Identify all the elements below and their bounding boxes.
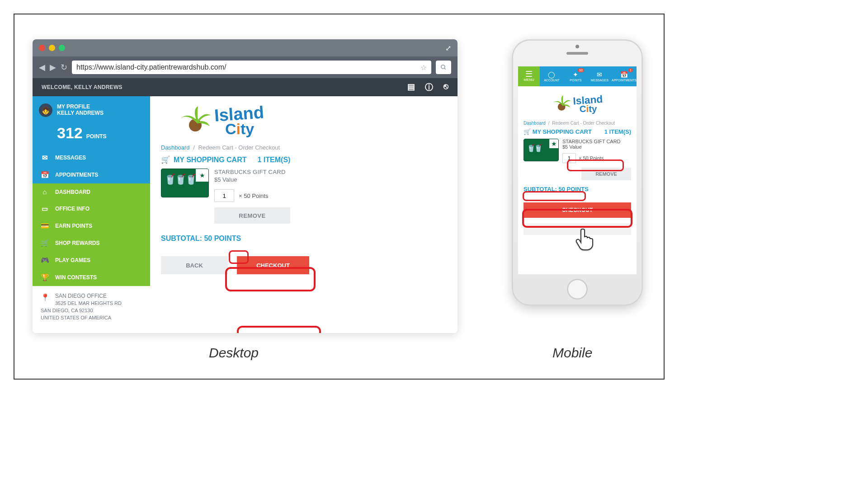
sidebar-item-label: WIN CONTESTS: [55, 274, 97, 281]
calendar-icon: 📅: [620, 71, 628, 78]
sidebar-item-win-contests[interactable]: 🏆 WIN CONTESTS: [33, 269, 150, 286]
sidebar-item-label: PLAY GAMES: [55, 257, 90, 263]
games-icon: 🎮: [41, 256, 49, 264]
points-per-item: × 50 Points: [239, 192, 268, 199]
office-address-2: SAN DIEGO, CA 92130: [41, 307, 142, 314]
close-window-icon[interactable]: [39, 45, 45, 51]
breadcrumb-current: Redeem Cart - Order Checkout: [552, 121, 615, 126]
remove-button[interactable]: REMOVE: [214, 207, 290, 224]
breadcrumb-current: Redeem Cart - Order Checkout: [198, 144, 280, 151]
phone-speaker: [566, 52, 588, 55]
minimize-window-icon[interactable]: [49, 45, 55, 51]
cart-item-subtitle: $5 Value: [214, 176, 290, 183]
mobile-nav-points[interactable]: ✦ POINTS 60: [564, 66, 588, 86]
mobile-cart-heading: 🛒 MY SHOPPING CART 1 ITEM(S): [524, 128, 631, 135]
home-icon: ⌂: [41, 188, 49, 196]
phone-camera: [576, 45, 579, 48]
search-icon[interactable]: [436, 61, 451, 74]
remove-button[interactable]: REMOVE: [581, 168, 631, 180]
cart-item-row: 🥤🥤🥤 STARBUCKS GIFT CARD $5 Value × 50 Po…: [161, 169, 447, 224]
points-per-item: × 50 Points: [579, 155, 604, 161]
giftcard-image: 🥤🥤🥤: [161, 169, 209, 197]
mobile-nav-messages[interactable]: ✉ MESSAGES: [588, 66, 612, 86]
quantity-input[interactable]: [562, 153, 576, 163]
forward-icon[interactable]: ▶: [50, 62, 56, 72]
points-value: 312: [57, 124, 83, 142]
hamburger-icon: ☰: [525, 71, 533, 77]
island-city-logo: Island City: [552, 96, 603, 113]
location-pin-icon: 📍: [41, 292, 50, 303]
expand-icon[interactable]: ⤢: [445, 44, 451, 52]
sidebar-profile[interactable]: 👧 MY PROFILE KELLY ANDREWS: [33, 96, 150, 124]
logout-icon[interactable]: ⎋: [443, 82, 448, 93]
logo-line1: Island: [214, 103, 265, 126]
mobile-nav-label: APPOINTMENTS: [612, 79, 637, 82]
mobile-nav-label: ACCOUNT: [544, 79, 560, 82]
mobile-cart-item: 🥤🥤 STARBUCKS GIFT CARD $5 Value × 50 Poi…: [524, 139, 631, 163]
mobile-menu-button[interactable]: ☰ MENU: [518, 66, 540, 86]
messages-icon: ✉: [41, 154, 49, 162]
caption-mobile: Mobile: [552, 345, 592, 361]
sidebar-item-label: EARN POINTS: [55, 223, 92, 229]
cart-item-name: STARBUCKS GIFT CARD: [214, 169, 290, 175]
sidebar-item-office-info[interactable]: ▭ OFFICE INFO: [33, 200, 150, 217]
reload-icon[interactable]: ↻: [61, 62, 67, 72]
quantity-input[interactable]: [214, 189, 234, 202]
back-button[interactable]: BACK: [161, 256, 228, 274]
profile-name: KELLY ANDREWS: [57, 110, 104, 116]
cart-item-name: STARBUCKS GIFT CARD: [562, 139, 621, 144]
breadcrumb-link-dashboard[interactable]: Dashboard: [524, 121, 546, 126]
mobile-nav-label: MENU: [524, 78, 534, 82]
sidebar-item-shop-rewards[interactable]: 🛒 SHOP REWARDS: [33, 235, 150, 252]
desktop-mockup: ⤢ ◀ ▶ ↻ https://www.island-city.patientr…: [33, 39, 458, 333]
points-icon: ✦: [573, 71, 578, 78]
cart-icon: 🛒: [161, 155, 170, 164]
notes-icon[interactable]: ▤: [407, 82, 415, 93]
points-label: POINTS: [86, 133, 107, 140]
breadcrumb: Dashboard / Redeem Cart - Order Checkout: [161, 144, 447, 151]
sidebar-item-label: APPOINTMENTS: [55, 172, 98, 178]
profile-label: MY PROFILE: [57, 103, 104, 110]
mobile-nav-appointments[interactable]: 📅 APPOINTMENTS 1: [612, 66, 637, 86]
window-controls: [39, 45, 65, 51]
sidebar-item-label: OFFICE INFO: [55, 206, 90, 212]
svg-line-1: [444, 68, 446, 70]
help-icon[interactable]: ⓘ: [425, 82, 433, 93]
phone-home-button[interactable]: [567, 279, 588, 300]
office-name: SAN DIEGO OFFICE: [41, 292, 142, 300]
sidebar: 👧 MY PROFILE KELLY ANDREWS 312 POINTS ✉ …: [33, 96, 150, 333]
office-contact: 📍 SAN DIEGO OFFICE 800-560-1469 3525 DEL…: [33, 286, 150, 328]
giftcard-image: 🥤🥤: [524, 139, 559, 161]
address-bar[interactable]: https://www.island-city.patientrewardshu…: [72, 61, 431, 74]
sidebar-item-appointments[interactable]: 📅 APPOINTMENTS: [33, 166, 150, 183]
main-content: Island City Dashboard / Redeem Cart - Or…: [150, 96, 458, 333]
svg-point-0: [441, 65, 445, 69]
breadcrumb-link-dashboard[interactable]: Dashboard: [161, 144, 190, 151]
palm-tree-icon: [179, 104, 212, 138]
bookmark-star-icon[interactable]: ☆: [420, 63, 427, 72]
checkout-button[interactable]: CHECKOUT: [237, 256, 309, 274]
checkout-button[interactable]: CHECKOUT: [524, 202, 631, 218]
mobile-nav-label: MESSAGES: [591, 79, 609, 82]
sidebar-item-label: DASHBOARD: [55, 189, 90, 195]
cart-icon: 🛒: [41, 239, 49, 247]
sidebar-item-earn-points[interactable]: 💳 EARN POINTS: [33, 217, 150, 235]
subtotal-text: SUBTOTAL: 50 POINTS: [161, 235, 447, 243]
points-display: 312 POINTS: [33, 124, 150, 149]
back-icon[interactable]: ◀: [39, 62, 45, 72]
browser-tabbar: ⤢: [33, 39, 458, 56]
office-icon: ▭: [41, 205, 49, 213]
cart-item-subtitle: $5 Value: [562, 144, 621, 150]
palm-tree-icon: [552, 94, 572, 114]
sidebar-item-messages[interactable]: ✉ MESSAGES: [33, 149, 150, 166]
sidebar-item-dashboard[interactable]: ⌂ DASHBOARD: [33, 183, 150, 200]
messages-icon: ✉: [597, 71, 602, 78]
sidebar-item-play-games[interactable]: 🎮 PLAY GAMES: [33, 252, 150, 269]
cart-count: 1 ITEM(S): [258, 156, 291, 164]
mobile-nav-account[interactable]: ◯ ACCOUNT: [540, 66, 564, 86]
maximize-window-icon[interactable]: [59, 45, 65, 51]
cart-title-text: MY SHOPPING CART: [174, 156, 247, 164]
mobile-nav-label: POINTS: [570, 79, 581, 82]
account-icon: ◯: [548, 71, 555, 78]
welcome-text: WELCOME, KELLY ANDREWS: [42, 84, 123, 90]
